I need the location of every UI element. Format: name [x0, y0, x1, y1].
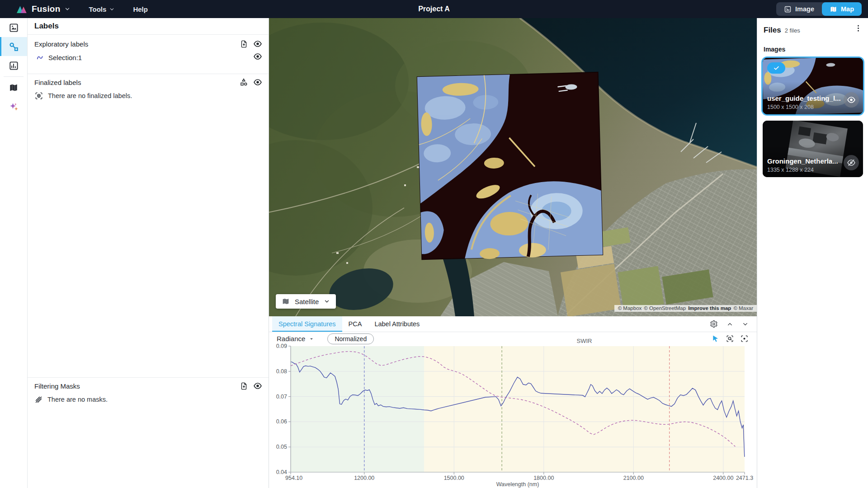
satellite-basemap[interactable]	[269, 18, 757, 316]
tab-spectral-signatures[interactable]: Spectral Signatures	[272, 316, 342, 332]
tool-rail	[0, 18, 28, 488]
x-tick-label: 1500.00	[444, 475, 464, 481]
chart-controls: Radiance Normalized	[269, 332, 757, 346]
image-name: Groningen_Netherla...	[767, 157, 838, 165]
toggle-finalized-visibility-button[interactable]	[252, 77, 263, 88]
scribble-icon	[36, 53, 45, 62]
scan-object-icon	[34, 91, 43, 100]
image-icon	[9, 23, 19, 33]
maxar-link[interactable]: © Maxar	[733, 305, 753, 311]
finalized-categories-button[interactable]	[238, 77, 249, 88]
box-zoom-tool-button[interactable]	[726, 334, 734, 343]
eye-icon	[253, 39, 262, 48]
vector-label-icon	[9, 42, 19, 52]
rail-item-ai-assist[interactable]	[0, 97, 27, 116]
map-icon	[830, 5, 837, 13]
tab-label-attributes[interactable]: Label Attributes	[368, 316, 426, 332]
normalized-toggle-button[interactable]: Normalized	[327, 333, 374, 344]
panel-expand-button[interactable]	[726, 321, 733, 328]
chevron-down-icon	[324, 298, 330, 305]
label-item-selection[interactable]: Selection:1	[27, 52, 249, 63]
app-name: Fusion	[32, 4, 60, 14]
images-heading: Images	[764, 46, 862, 53]
chevron-up-icon	[726, 321, 733, 328]
panel-collapse-button[interactable]	[742, 321, 749, 328]
rail-divider	[4, 76, 24, 77]
panel-settings-button[interactable]	[710, 320, 718, 328]
toggle-image-visibility-button[interactable]	[844, 92, 859, 108]
project-title: Project A	[0, 5, 868, 13]
rail-item-map[interactable]	[0, 78, 27, 97]
eye-off-icon	[847, 158, 856, 167]
map-view-button[interactable]: Map	[822, 2, 862, 16]
labels-panel: Labels Exploratory labels Selection:1 Fi…	[27, 18, 269, 488]
filtering-masks-heading: Filtering Masks	[34, 382, 80, 390]
x-tick-label: 1800.00	[533, 475, 554, 481]
files-menu-button[interactable]	[854, 24, 863, 33]
map-style-value: Satellite	[295, 298, 319, 305]
filtering-masks-section: Filtering Masks There are no masks.	[27, 377, 269, 405]
check-icon	[773, 65, 780, 71]
hyperspectral-overlay[interactable]	[417, 72, 603, 261]
eye-icon	[253, 381, 262, 390]
export-exploratory-button[interactable]	[238, 38, 249, 49]
tab-pca[interactable]: PCA	[342, 316, 368, 332]
mapbox-link[interactable]: © Mapbox	[618, 305, 642, 311]
map-attribution: © Mapbox © OpenStreetMap Improve this ma…	[614, 305, 757, 312]
eye-icon	[847, 95, 856, 104]
x-tick-label: 954.10	[285, 475, 302, 481]
image-icon	[784, 5, 792, 13]
image-card-1[interactable]: user_guide_testing_l... 1500 x 1500 x 20…	[763, 58, 863, 114]
image-dimensions: 1500 x 1500 x 208	[767, 104, 814, 110]
spectral-signatures-chart[interactable]: VNIRSWIR0.040.050.060.070.080.09954.1012…	[269, 334, 757, 488]
pointer-tool-button[interactable]	[711, 334, 720, 343]
masks-empty-text: There are no masks.	[47, 396, 108, 403]
hatch-mask-icon	[34, 395, 43, 404]
file-export-icon	[240, 382, 248, 390]
x-tick-label: 2400.00	[713, 475, 733, 481]
rail-item-statistics[interactable]	[0, 56, 27, 75]
exploratory-labels-section: Exploratory labels Selection:1	[27, 38, 269, 63]
analysis-tabs: Spectral Signatures PCA Label Attributes	[269, 316, 757, 332]
top-bar: Fusion Tools Help Project A Image Map	[0, 0, 868, 18]
y-tick-label: 0.08	[276, 368, 287, 375]
bar-chart-icon	[9, 61, 19, 71]
map-style-selector[interactable]: Satellite	[276, 294, 336, 309]
x-tick-label: 2471.3	[736, 475, 753, 481]
toggle-masks-visibility-button[interactable]	[252, 380, 263, 391]
selected-badge[interactable]	[767, 62, 785, 74]
image-view-button[interactable]: Image	[776, 2, 822, 16]
eye-icon	[253, 78, 262, 87]
fit-view-icon	[740, 334, 749, 343]
osm-link[interactable]: © OpenStreetMap	[644, 305, 686, 311]
rail-item-labeling[interactable]	[0, 37, 27, 56]
chevron-down-icon	[64, 6, 71, 12]
toggle-image-visibility-button[interactable]	[844, 155, 859, 170]
fusion-logo-icon	[15, 3, 28, 15]
image-name: user_guide_testing_l...	[767, 94, 841, 102]
finalized-empty-text: There are no finalized labels.	[48, 92, 132, 99]
export-masks-button[interactable]	[238, 380, 249, 391]
toggle-exploratory-visibility-button[interactable]	[252, 38, 263, 49]
menu-tools[interactable]: Tools	[89, 5, 115, 13]
image-card-2[interactable]: Groningen_Netherla... 1335 x 1288 x 224	[763, 121, 863, 177]
menu-help[interactable]: Help	[133, 5, 148, 13]
x-tick-label: 2100.00	[623, 475, 644, 481]
reset-extent-button[interactable]	[740, 334, 749, 343]
x-axis-title: Wavelength (nm)	[496, 481, 539, 488]
map-icon	[282, 297, 290, 305]
toggle-selection-visibility-button[interactable]	[252, 51, 263, 62]
improve-map-link[interactable]: Improve this map	[688, 305, 731, 311]
value-mode-dropdown[interactable]: Radiance	[277, 335, 315, 343]
file-export-icon	[240, 40, 248, 48]
x-tick-label: 1200.00	[354, 475, 374, 481]
kebab-menu-icon	[854, 24, 863, 33]
map-viewport[interactable]: Satellite © Mapbox © OpenStreetMap Impro…	[269, 18, 757, 316]
eye-icon	[253, 52, 262, 61]
chevron-down-icon	[742, 321, 749, 328]
app-menu[interactable]: Fusion	[15, 3, 71, 15]
rail-item-image-view[interactable]	[0, 18, 27, 37]
label-item-name: Selection:1	[48, 54, 82, 61]
view-toggle: Image Map	[776, 2, 862, 16]
exploratory-labels-heading: Exploratory labels	[34, 40, 88, 48]
